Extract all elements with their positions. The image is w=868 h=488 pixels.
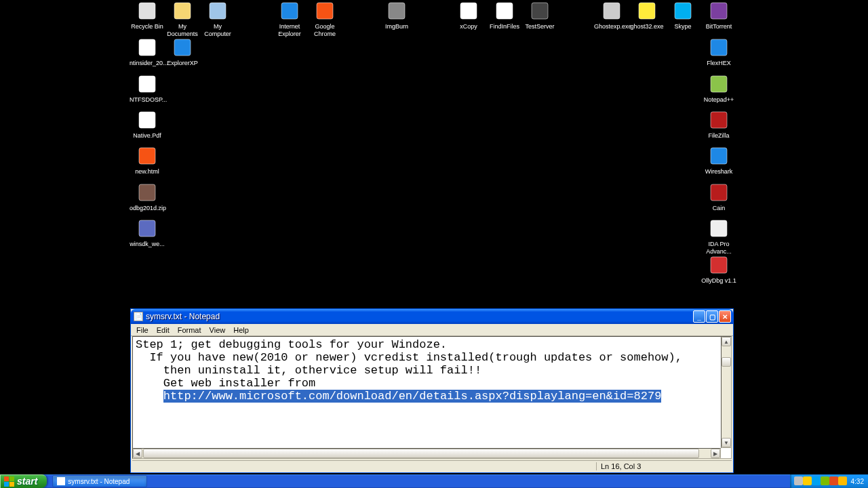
desktop-icon-flexhex[interactable]: FlexHEX: [701, 37, 736, 67]
icon-label: Wireshark: [701, 168, 736, 176]
desktop-icon-google-chrome[interactable]: Google Chrome: [307, 0, 342, 38]
svg-rect-20: [139, 148, 155, 164]
icon-label: Cain: [701, 205, 736, 212]
desktop-icon-xcopy[interactable]: xCopy: [451, 0, 486, 30]
system-tray: 4:32: [790, 474, 868, 488]
desktop-icon-findinfiles[interactable]: FindInFiles: [487, 0, 522, 30]
desktop-icon-internet-explorer[interactable]: Internet Explorer: [272, 0, 307, 38]
taskbar-item-notepad[interactable]: symsrv.txt - Notepad: [52, 475, 147, 487]
menu-edit[interactable]: Edit: [153, 326, 174, 334]
desktop-icon-ntinsider[interactable]: ntinsider_20...: [130, 37, 165, 67]
svg-rect-11: [675, 3, 691, 19]
desktop-icon-explorerxp[interactable]: ExplorerXP: [165, 37, 200, 67]
scroll-right-icon[interactable]: ▶: [711, 449, 720, 458]
icon-label: Skype: [665, 23, 701, 30]
svg-rect-0: [139, 3, 155, 19]
hscroll-thumb[interactable]: [143, 449, 699, 458]
svg-rect-14: [174, 39, 191, 56]
ida-icon: [708, 218, 730, 239]
desktop-icon-skype[interactable]: Skype: [665, 0, 701, 30]
tray-icon-1[interactable]: [803, 476, 812, 485]
desktop-icon-notepadpp[interactable]: Notepad++: [701, 73, 736, 104]
wireshark-icon: [708, 145, 730, 167]
ollydbg-icon: [708, 254, 730, 276]
newhtml-icon: [136, 145, 158, 167]
vscroll-thumb[interactable]: [722, 357, 731, 367]
desktop-icon-ida[interactable]: IDA Pro Advanc...: [701, 218, 736, 256]
notepad-icon: [57, 477, 65, 485]
notepad-titlebar[interactable]: 📄 symsrv.txt - Notepad _ ▢ ✕: [131, 309, 733, 324]
ghost32-icon: [636, 0, 658, 22]
hscrollbar[interactable]: ◀ ▶: [132, 448, 721, 459]
desktop-icon-imgburn[interactable]: ImgBurn: [379, 0, 414, 30]
desktop-icon-ollydbg[interactable]: OllyDbg v1.1: [701, 254, 736, 285]
clock[interactable]: 4:32: [851, 478, 864, 485]
svg-rect-17: [711, 76, 727, 92]
scroll-up-icon[interactable]: ▲: [722, 337, 731, 346]
desktop-icon-cain[interactable]: Cain: [701, 182, 736, 212]
selected-text: http://www.microsoft.com/download/en/det…: [163, 390, 662, 403]
svg-rect-21: [711, 148, 727, 164]
menu-help[interactable]: Help: [229, 326, 253, 334]
menu-format[interactable]: Format: [174, 326, 205, 334]
ntinsider-icon: [136, 37, 158, 58]
tray-icon-4[interactable]: [829, 476, 838, 485]
menu-view[interactable]: View: [205, 326, 230, 334]
desktop-icon-ghost32[interactable]: ghost32.exe: [629, 0, 665, 30]
maximize-button[interactable]: ▢: [706, 310, 718, 323]
svg-rect-23: [711, 184, 727, 201]
desktop-icon-recycle-bin[interactable]: Recycle Bin: [130, 0, 165, 30]
desktop-icon-filezilla[interactable]: FileZilla: [701, 109, 736, 140]
internet-explorer-icon: [279, 0, 300, 22]
close-button[interactable]: ✕: [719, 310, 731, 323]
icon-label: Google Chrome: [307, 23, 342, 38]
svg-rect-19: [711, 112, 727, 128]
svg-rect-7: [496, 3, 513, 19]
desktop-icon-nativepdf[interactable]: Native.Pdf: [130, 109, 165, 140]
ntfsdosp-icon: [136, 73, 158, 95]
notepad-window: 📄 symsrv.txt - Notepad _ ▢ ✕ FileEditFor…: [130, 308, 734, 473]
desktop-icon-testserver[interactable]: TestServer: [522, 0, 557, 30]
minimize-button[interactable]: _: [693, 310, 705, 323]
icon-label: IDA Pro Advanc...: [701, 241, 736, 256]
desktop-icon-ntfsdosp[interactable]: NTFSDOSP...: [130, 73, 165, 104]
windows-logo-icon: [4, 476, 14, 487]
svg-rect-6: [460, 3, 477, 19]
scroll-left-icon[interactable]: ◀: [133, 449, 142, 458]
icon-label: FileZilla: [701, 132, 736, 140]
svg-rect-25: [711, 220, 727, 237]
desktop-icon-bittorrent[interactable]: BitTorrent: [701, 0, 736, 30]
desktop-icon-ghostexp[interactable]: Ghostexp.exe: [594, 0, 629, 30]
odbg-icon: [136, 182, 158, 203]
icon-label: FindInFiles: [487, 23, 522, 30]
svg-rect-13: [139, 39, 155, 56]
menu-file[interactable]: File: [132, 326, 153, 334]
taskbar: start symsrv.txt - Notepad 4:32: [0, 474, 868, 488]
start-button[interactable]: start: [0, 474, 47, 488]
imgburn-icon: [386, 0, 408, 22]
desktop-icon-my-documents[interactable]: My Documents: [165, 0, 200, 38]
icon-label: TestServer: [522, 23, 557, 30]
desktop-icon-winsdk[interactable]: winsdk_we...: [130, 218, 165, 248]
tray-icon-5[interactable]: [838, 476, 847, 485]
desktop-icon-odbg[interactable]: odbg201d.zip: [130, 182, 165, 212]
tray-icon-0[interactable]: [794, 476, 803, 485]
tray-icon-3[interactable]: [821, 476, 829, 485]
svg-rect-2: [210, 3, 226, 19]
icon-label: My Documents: [165, 23, 200, 38]
my-documents-icon: [172, 0, 193, 22]
scroll-down-icon[interactable]: ▼: [722, 438, 731, 447]
vscrollbar[interactable]: ▲ ▼: [721, 336, 732, 448]
tray-icon-2[interactable]: [812, 476, 821, 485]
desktop-icon-my-computer[interactable]: My Computer: [200, 0, 235, 38]
taskbar-tasks: symsrv.txt - Notepad: [47, 474, 789, 488]
notepad-menubar: FileEditFormatViewHelp: [131, 324, 733, 336]
svg-rect-10: [639, 3, 655, 19]
svg-rect-26: [711, 257, 727, 273]
notepad-textarea[interactable]: Step 1; get debugging tools for your Win…: [133, 337, 731, 458]
desktop-icon-wireshark[interactable]: Wireshark: [701, 145, 736, 176]
icon-label: Ghostexp.exe: [594, 23, 629, 30]
svg-rect-1: [174, 3, 191, 19]
cain-icon: [708, 182, 730, 203]
desktop-icon-newhtml[interactable]: new.html: [130, 145, 165, 176]
